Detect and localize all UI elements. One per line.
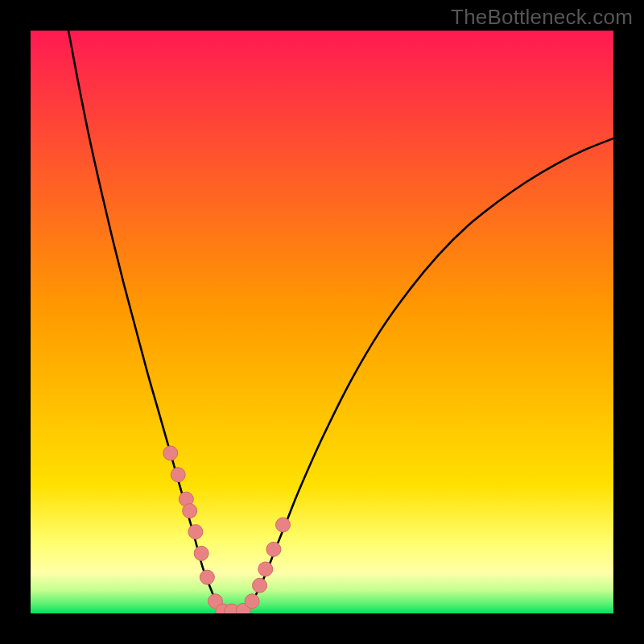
data-point-marker xyxy=(200,570,214,584)
data-point-marker xyxy=(183,504,197,518)
data-point-marker xyxy=(245,594,259,609)
data-point-marker xyxy=(253,578,267,592)
data-point-marker xyxy=(171,468,185,482)
data-point-marker xyxy=(275,518,290,532)
plot-area xyxy=(31,31,613,613)
data-point-marker xyxy=(188,525,203,539)
data-point-marker xyxy=(258,562,273,576)
data-point-marker xyxy=(266,542,281,556)
plot-svg xyxy=(31,31,613,613)
data-point-marker xyxy=(163,446,178,460)
data-point-marker xyxy=(194,546,208,560)
gradient-background xyxy=(31,31,613,613)
chart-stage: TheBottleneck.com xyxy=(0,0,644,644)
watermark-text: TheBottleneck.com xyxy=(451,5,633,30)
